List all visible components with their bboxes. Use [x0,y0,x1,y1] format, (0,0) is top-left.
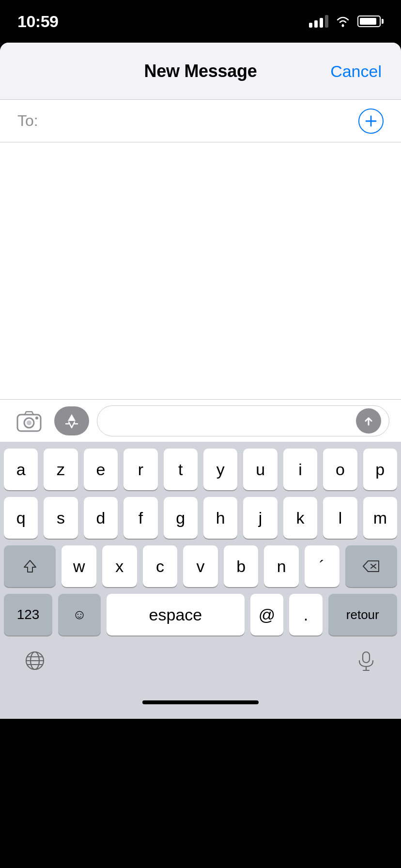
keyboard: a z e r t y u i o p q s d f g h j k l m [0,442,401,686]
to-field-row: To: [0,100,401,142]
key-apostrophe[interactable]: ´ [305,545,339,587]
camera-button[interactable] [12,406,46,435]
microphone-icon[interactable] [353,647,380,674]
key-k[interactable]: k [283,497,317,539]
key-t[interactable]: t [164,449,198,490]
space-key[interactable]: espace [107,594,245,636]
keyboard-row-2: q s d f g h j k l m [4,497,397,539]
keyboard-row-3: w x c v b n ´ [4,545,397,587]
key-o[interactable]: o [323,449,357,490]
key-j[interactable]: j [243,497,277,539]
key-c[interactable]: c [143,545,178,587]
message-input[interactable] [105,413,356,429]
cancel-button[interactable]: Cancel [330,62,382,80]
keyboard-row-1: a z e r t y u i o p [4,449,397,490]
to-input[interactable] [44,112,358,130]
status-icons [309,15,384,28]
key-n[interactable]: n [264,545,299,587]
appstore-button[interactable] [54,406,89,435]
period-key[interactable]: . [289,594,322,636]
key-h[interactable]: h [203,497,237,539]
key-s[interactable]: s [44,497,77,539]
at-key[interactable]: @ [250,594,283,636]
key-u[interactable]: u [243,449,277,490]
key-b[interactable]: b [224,545,259,587]
new-message-header: New Message Cancel [0,43,401,100]
key-w[interactable]: w [62,545,96,587]
svg-point-6 [35,417,38,419]
key-i[interactable]: i [283,449,317,490]
key-p[interactable]: p [363,449,397,490]
key-f[interactable]: f [123,497,157,539]
key-z[interactable]: z [44,449,77,490]
key-e[interactable]: e [84,449,118,490]
key-d[interactable]: d [84,497,118,539]
status-bar: 10:59 [0,0,401,43]
header-title: New Message [144,61,257,81]
key-x[interactable]: x [102,545,137,587]
wifi-icon [335,16,351,27]
emoji-key[interactable]: ☺ [58,594,101,636]
key-y[interactable]: y [203,449,237,490]
message-toolbar [0,399,401,442]
return-key[interactable]: retour [328,594,397,636]
globe-icon[interactable] [21,647,48,674]
key-g[interactable]: g [164,497,198,539]
svg-point-0 [342,25,344,27]
send-button[interactable] [356,408,381,434]
key-a[interactable]: a [4,449,38,490]
message-input-area[interactable] [97,405,389,436]
keyboard-bottom-row [4,642,397,682]
main-container: New Message Cancel To: [0,43,401,719]
numbers-key[interactable]: 123 [4,594,52,636]
key-l[interactable]: l [323,497,357,539]
to-label: To: [17,112,38,130]
keyboard-row-4: 123 ☺ espace @ . retour [4,594,397,636]
key-m[interactable]: m [363,497,397,539]
delete-key[interactable] [345,545,397,587]
message-body[interactable] [0,142,401,399]
add-recipient-button[interactable] [358,108,384,134]
svg-rect-12 [363,652,370,663]
signal-icon [309,15,328,28]
key-r[interactable]: r [123,449,157,490]
status-time: 10:59 [17,12,58,31]
key-q[interactable]: q [4,497,38,539]
home-bar [142,700,259,704]
svg-point-5 [27,420,31,425]
battery-icon [357,16,384,27]
shift-key[interactable] [4,545,56,587]
home-indicator [0,686,401,719]
key-v[interactable]: v [183,545,218,587]
